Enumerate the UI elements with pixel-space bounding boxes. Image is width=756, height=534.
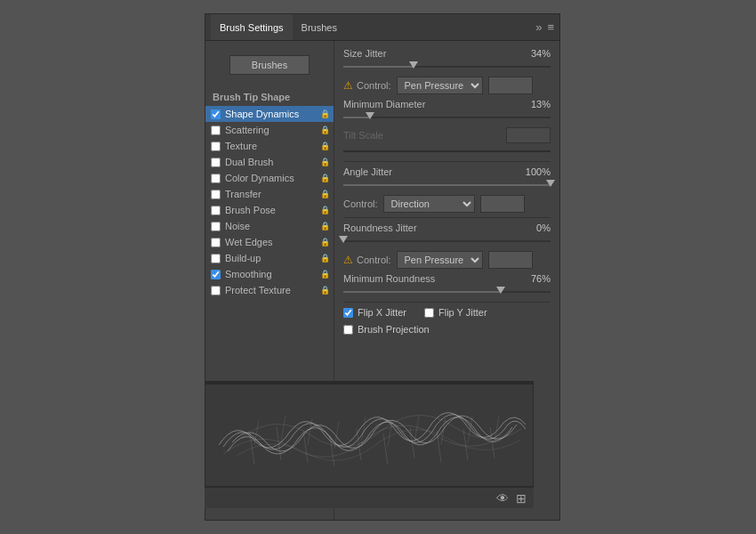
tab-brush-settings[interactable]: Brush Settings (211, 14, 293, 40)
sidebar-item-label-9: Build-up (225, 253, 261, 263)
size-jitter-control-input[interactable] (488, 77, 533, 94)
sidebar-item-label-2: Texture (225, 141, 257, 151)
lock-icon-4: 🔒 (320, 174, 330, 182)
tab-brushes[interactable]: Brushes (293, 14, 346, 40)
angle-jitter-control-row: Control: Direction Off Fade Pen Pressure… (343, 195, 551, 213)
sidebar-item-checkbox-2[interactable] (211, 142, 221, 151)
min-roundness-row: Minimum Roundness 76% (343, 273, 551, 284)
sidebar-item-color-dynamics[interactable]: Color Dynamics🔒 (205, 170, 334, 186)
sidebar-item-label-5: Transfer (225, 189, 261, 199)
min-diameter-slider[interactable] (343, 112, 551, 123)
sidebar-item-protect-texture[interactable]: Protect Texture🔒 (205, 282, 334, 298)
sidebar-item-label-10: Smoothing (225, 269, 272, 279)
min-diameter-label: Minimum Diameter (343, 99, 515, 109)
roundness-jitter-slider[interactable] (343, 236, 551, 247)
sidebar-item-checkbox-9[interactable] (211, 254, 221, 263)
sidebar-item-wet-edges[interactable]: Wet Edges🔒 (205, 234, 334, 250)
tilt-scale-input (506, 127, 551, 143)
sidebar-items-list: Shape Dynamics🔒Scattering🔒Texture🔒Dual B… (205, 106, 334, 298)
roundness-control-label: ⚠ Control: (343, 254, 391, 266)
svg-line-18 (468, 417, 472, 443)
lock-icon-0: 🔒 (320, 109, 330, 118)
panel-tabs: Brush Settings Brushes » ≡ (205, 14, 559, 41)
sidebar-item-label-6: Brush Pose (225, 205, 276, 215)
tilt-scale-row: Tilt Scale (343, 127, 551, 143)
lock-icon-9: 🔒 (320, 254, 330, 263)
svg-line-8 (463, 429, 468, 460)
brush-preview-area (205, 384, 534, 487)
size-jitter-control-select[interactable]: Pen Pressure Off Fade Pen Tilt Stylus Wh… (397, 77, 483, 94)
sidebar-item-shape-dynamics[interactable]: Shape Dynamics🔒 (205, 106, 334, 122)
sidebar-item-checkbox-5[interactable] (211, 190, 221, 199)
sidebar-item-smoothing[interactable]: Smoothing🔒 (205, 266, 334, 282)
svg-line-16 (414, 416, 419, 442)
size-jitter-slider[interactable] (343, 61, 551, 72)
sidebar-item-dual-brush[interactable]: Dual Brush🔒 (205, 154, 334, 170)
roundness-control-select[interactable]: Pen Pressure Off Fade Pen Tilt (397, 251, 483, 269)
brush-preview-svg (205, 384, 533, 486)
sidebar-item-checkbox-1[interactable] (211, 125, 221, 135)
forward-icon[interactable]: » (535, 20, 542, 34)
sidebar-item-texture[interactable]: Texture🔒 (205, 138, 334, 154)
flip-x-checkbox[interactable] (343, 308, 353, 318)
sidebar-item-checkbox-8[interactable] (211, 238, 221, 247)
sidebar-item-checkbox-11[interactable] (211, 286, 221, 295)
angle-jitter-control-input[interactable] (480, 195, 525, 213)
roundness-control-row: ⚠ Control: Pen Pressure Off Fade Pen Til… (343, 251, 551, 269)
size-jitter-control-row: ⚠ Control: Pen Pressure Off Fade Pen Til… (343, 77, 551, 94)
svg-line-4 (357, 429, 361, 460)
min-roundness-value: 76% (515, 273, 551, 284)
lock-icon-10: 🔒 (320, 270, 330, 279)
sidebar-item-checkbox-3[interactable] (211, 158, 221, 167)
flip-x-row: Flip X Jitter (343, 307, 406, 318)
crop-icon[interactable]: ⊞ (516, 491, 527, 506)
size-jitter-row: Size Jitter 34% (343, 48, 551, 59)
eye-icon[interactable]: 👁 (496, 491, 509, 506)
brushes-button[interactable]: Brushes (229, 55, 310, 75)
flip-y-checkbox[interactable] (424, 308, 434, 318)
roundness-control-input[interactable] (488, 251, 533, 269)
min-diameter-row: Minimum Diameter 13% (343, 99, 551, 109)
sidebar-item-noise[interactable]: Noise🔒 (205, 218, 334, 234)
angle-jitter-slider[interactable] (343, 180, 551, 190)
tilt-scale-slider (343, 146, 551, 157)
brush-projection-row: Brush Projection (343, 324, 551, 335)
angle-jitter-control-select[interactable]: Direction Off Fade Pen Pressure Pen Tilt… (383, 195, 475, 213)
size-jitter-label: Size Jitter (343, 48, 515, 59)
sidebar-item-label-1: Scattering (225, 125, 269, 135)
sidebar-item-build-up[interactable]: Build-up🔒 (205, 250, 334, 266)
lock-icon-11: 🔒 (320, 286, 330, 295)
size-jitter-value: 34% (515, 48, 551, 59)
sidebar-item-checkbox-4[interactable] (211, 174, 221, 183)
svg-line-1 (277, 427, 281, 460)
sidebar-item-checkbox-10[interactable] (211, 270, 221, 279)
lock-icon-2: 🔒 (320, 142, 330, 150)
lock-icon-5: 🔒 (320, 190, 330, 198)
angle-jitter-value: 100% (515, 166, 551, 177)
svg-line-15 (388, 420, 392, 447)
brush-tip-shape-header: Brush Tip Shape (205, 87, 334, 106)
sidebar-item-label-0: Shape Dynamics (225, 109, 299, 119)
sidebar-item-brush-pose[interactable]: Brush Pose🔒 (205, 202, 334, 218)
angle-jitter-row: Angle Jitter 100% (343, 166, 551, 177)
sidebar-item-label-3: Dual Brush (225, 157, 273, 167)
min-roundness-slider[interactable] (343, 287, 551, 297)
warning-icon-roundness: ⚠ (343, 254, 353, 266)
roundness-jitter-label: Roundness Jitter (343, 222, 515, 233)
min-diameter-value: 13% (515, 99, 551, 109)
sidebar-item-transfer[interactable]: Transfer🔒 (205, 186, 334, 202)
tab-icons-area: » ≡ (535, 20, 554, 34)
lock-icon-8: 🔒 (320, 238, 330, 247)
sidebar-item-checkbox-7[interactable] (211, 222, 221, 231)
sidebar-item-checkbox-6[interactable] (211, 206, 221, 215)
flip-x-label: Flip X Jitter (358, 307, 406, 318)
sidebar-item-label-7: Noise (225, 221, 250, 231)
brush-projection-checkbox[interactable] (343, 325, 353, 335)
sidebar-item-checkbox-0[interactable] (211, 109, 221, 119)
menu-icon[interactable]: ≡ (547, 20, 554, 34)
svg-line-6 (410, 427, 414, 458)
angle-jitter-control-label: Control: (343, 198, 378, 209)
lock-icon-1: 🔒 (320, 125, 330, 134)
min-roundness-label: Minimum Roundness (343, 273, 515, 284)
sidebar-item-scattering[interactable]: Scattering🔒 (205, 122, 334, 138)
